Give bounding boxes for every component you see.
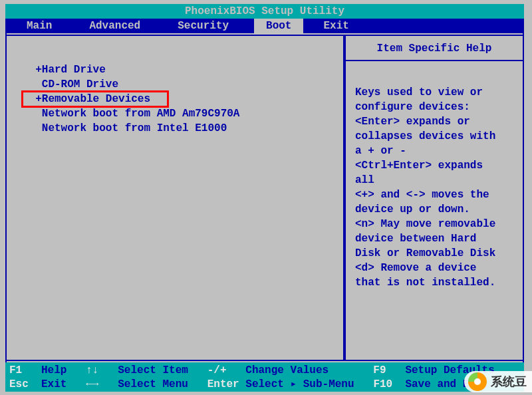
- app-title: PhoenixBIOS Setup Utility: [185, 5, 344, 17]
- boot-item-4[interactable]: Network boot from Intel E1000: [23, 121, 343, 136]
- key-esc: Esc: [9, 378, 29, 392]
- key-updown: ↑↓: [86, 364, 98, 378]
- key-f1: F1: [9, 364, 22, 378]
- bios-window: PhoenixBIOS Setup Utility Main Advanced …: [5, 4, 524, 391]
- key-f9: F9: [373, 364, 386, 378]
- help-pane: Item Specific Help Keys used to view or …: [344, 35, 523, 361]
- help-body: Keys used to view or configure devices: …: [346, 61, 523, 297]
- boot-order-pane: +Hard Drive CD-ROM Drive +Removable Devi…: [7, 35, 344, 361]
- tab-security[interactable]: Security: [166, 19, 241, 33]
- tab-main[interactable]: Main: [15, 19, 64, 33]
- watermark-icon: [468, 372, 487, 391]
- tab-boot[interactable]: Boot: [254, 19, 303, 33]
- watermark-text: 系统豆: [491, 374, 527, 390]
- watermark: 系统豆 www.xtdptc.com: [464, 371, 532, 392]
- tab-advanced[interactable]: Advanced: [77, 19, 152, 33]
- boot-item-2[interactable]: +Removable Devices: [23, 92, 168, 106]
- content-area: +Hard Drive CD-ROM Drive +Removable Devi…: [5, 33, 524, 362]
- menu-bar: Main Advanced Security Boot Exit: [5, 19, 524, 33]
- label-exit: Exit: [41, 378, 66, 392]
- label-select-submenu: Select ▸ Sub-Menu: [245, 378, 354, 392]
- footer-row-2: Esc Exit ←→ Select Menu Enter Select ▸ S…: [9, 378, 520, 392]
- footer-row-1: F1 Help ↑↓ Select Item -/+ Change Values…: [9, 364, 520, 378]
- key-f10: F10: [373, 378, 392, 392]
- boot-item-0[interactable]: +Hard Drive: [23, 63, 343, 77]
- key-leftright: ←→: [86, 378, 98, 392]
- label-change-values: Change Values: [245, 364, 329, 378]
- label-select-menu: Select Menu: [118, 378, 188, 392]
- label-select-item: Select Item: [118, 364, 188, 378]
- footer-bar: F1 Help ↑↓ Select Item -/+ Change Values…: [5, 362, 524, 392]
- title-bar: PhoenixBIOS Setup Utility: [5, 4, 524, 19]
- boot-order-list[interactable]: +Hard Drive CD-ROM Drive +Removable Devi…: [23, 63, 343, 136]
- label-help: Help: [41, 364, 66, 378]
- tab-exit[interactable]: Exit: [311, 19, 360, 33]
- boot-item-1[interactable]: CD-ROM Drive: [23, 77, 343, 92]
- key-enter: Enter: [207, 378, 239, 392]
- boot-item-3[interactable]: Network boot from AMD Am79C970A: [23, 106, 343, 121]
- key-plusminus: -/+: [207, 364, 227, 378]
- help-title: Item Specific Help: [346, 36, 523, 61]
